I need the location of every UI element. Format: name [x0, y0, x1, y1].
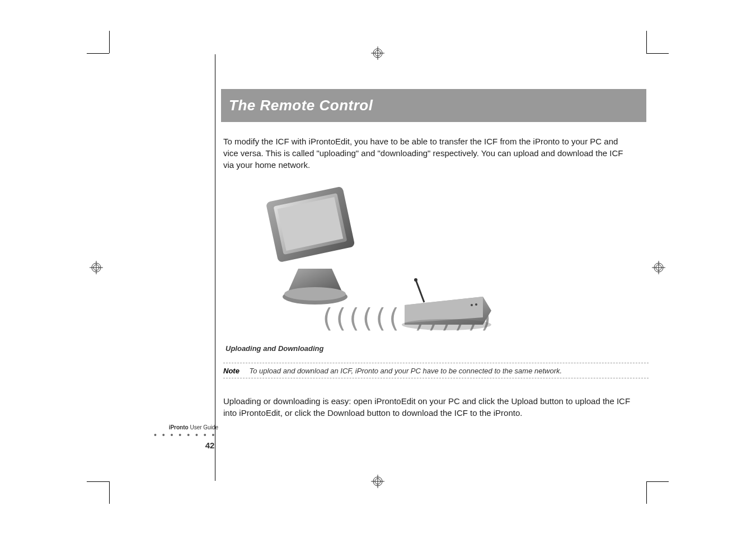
- page-number: 42: [201, 441, 218, 450]
- page-content: The Remote Control To modify the ICF wit…: [221, 54, 646, 430]
- footer-product-name: iPronto: [169, 424, 189, 430]
- svg-point-22: [414, 278, 417, 282]
- svg-line-21: [416, 280, 424, 302]
- crop-mark: [646, 53, 669, 54]
- footer-guide-title: iPronto User Guide: [154, 424, 218, 430]
- note-callout: Note To upload and download an ICF, iPro…: [223, 363, 649, 378]
- monitor-device-icon: [259, 182, 371, 311]
- router-device-icon: [399, 277, 494, 333]
- body-paragraph-2: Uploading or downloading is easy: open i…: [223, 395, 635, 419]
- footer-dotted-divider: • • • • • • • • • • • • • • • • • • • • …: [154, 434, 218, 436]
- section-title: The Remote Control: [229, 97, 373, 114]
- svg-point-23: [402, 319, 491, 330]
- crop-mark: [109, 31, 110, 53]
- crop-mark: [646, 481, 669, 482]
- svg-point-25: [475, 303, 477, 306]
- crop-mark: [87, 481, 109, 482]
- crop-mark: [109, 481, 110, 504]
- svg-point-24: [471, 304, 473, 306]
- page-footer: iPronto User Guide • • • • • • • • • • •…: [154, 424, 218, 450]
- footer-guide-label: User Guide: [189, 424, 218, 430]
- crop-mark: [87, 53, 109, 54]
- note-text: To upload and download an ICF, iPronto a…: [249, 367, 562, 375]
- body-paragraph-1: To modify the ICF with iProntoEdit, you …: [223, 135, 635, 171]
- crop-mark: [646, 481, 647, 504]
- section-title-banner: The Remote Control: [221, 89, 646, 122]
- crop-mark: [646, 31, 647, 53]
- registration-mark-icon: [90, 261, 103, 274]
- note-label: Note: [223, 367, 247, 375]
- image-caption: Uploading and Downloading: [226, 344, 635, 353]
- registration-mark-icon: [652, 261, 665, 274]
- svg-point-20: [284, 287, 346, 301]
- illustration-upload-download: (((((( )))))): [259, 182, 539, 333]
